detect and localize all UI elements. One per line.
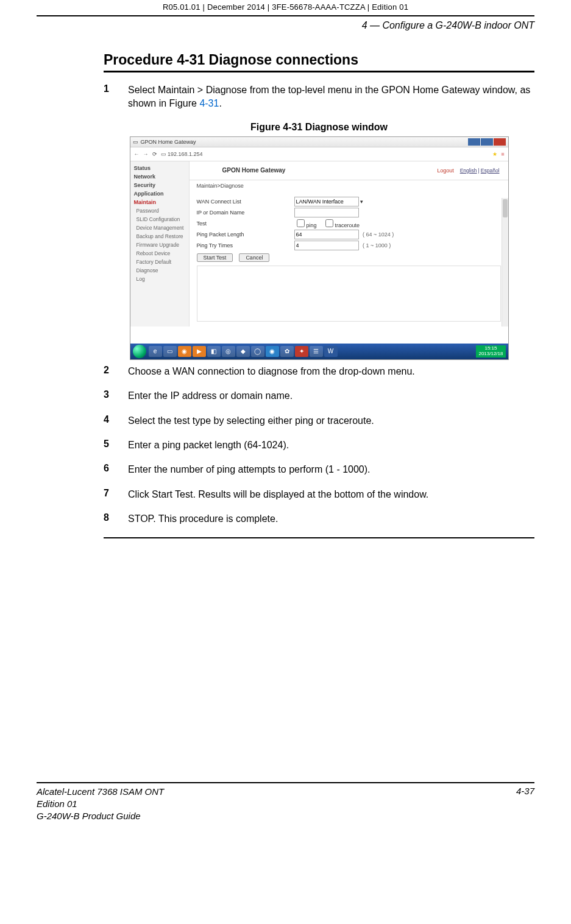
sidebar-item-network[interactable]: Network (130, 172, 189, 181)
step-7: 7 Click Start Test. Results will be disp… (104, 488, 534, 501)
sidebar-sub-device[interactable]: Device Management (130, 224, 189, 232)
step-text: Click Start Test. Results will be displa… (128, 488, 534, 501)
reload-icon[interactable]: ⟳ (152, 151, 157, 157)
lang-espanol[interactable]: Español (481, 168, 500, 174)
sidebar-sub-backup[interactable]: Backup and Restore (130, 232, 189, 241)
step-text: Select the test type by selecting either… (128, 414, 534, 428)
try-times-label: Ping Try Times (197, 242, 294, 249)
footer-line-3: G-240W-B Product Guide (37, 810, 164, 822)
scrollbar-thumb[interactable] (503, 199, 508, 217)
maximize-button[interactable] (481, 138, 493, 146)
wmp-icon[interactable]: ▶ (193, 346, 206, 357)
ping-checkbox[interactable] (297, 219, 305, 227)
page: R05.01.01 | December 2014 | 3FE-56678-AA… (0, 0, 571, 822)
wan-connect-label: WAN Connect List (197, 199, 294, 205)
breadcrumb: Maintain>Diagnose (190, 180, 508, 191)
packet-length-range: ( 64 ~ 1024 ) (363, 231, 394, 238)
sidebar-sub-reboot[interactable]: Reboot Device (130, 249, 189, 258)
start-orb-icon[interactable] (133, 345, 146, 358)
top-meta: R05.01.01 | December 2014 | 3FE-56678-AA… (37, 0, 534, 15)
sidebar-sub-slid[interactable]: SLID Configuration (130, 215, 189, 224)
sidebar-item-maintain[interactable]: Maintain (130, 198, 189, 206)
screenshot-body: Status Network Security Application Main… (130, 161, 508, 326)
rule-end-procedure (104, 537, 534, 538)
explorer-icon[interactable]: ▭ (163, 346, 177, 357)
url-box[interactable]: ▭ 192.168.1.254 (161, 151, 203, 157)
step-1-text-a: Select Maintain > Diagnose from the top-… (128, 85, 530, 108)
start-test-button[interactable]: Start Test (197, 253, 233, 262)
sidebar: Status Network Security Application Main… (130, 161, 190, 326)
app-icon-6[interactable]: ✦ (295, 346, 308, 357)
close-button[interactable] (494, 138, 506, 146)
sidebar-sub-log[interactable]: Log (130, 275, 189, 283)
lang-english[interactable]: English (460, 168, 477, 174)
try-times-input[interactable] (294, 241, 359, 250)
step-6: 6 Enter the number of ping attempts to p… (104, 463, 534, 476)
clock-date: 2013/12/18 (478, 351, 503, 357)
step-num: 4 (104, 414, 128, 428)
footer-line-2: Edition 01 (37, 798, 164, 810)
sidebar-item-status[interactable]: Status (130, 164, 189, 172)
rule-footer (37, 782, 534, 783)
address-bar: ← → ⟳ ▭ 192.168.1.254 ★ ≡ (130, 147, 508, 161)
wan-connect-select[interactable] (294, 197, 359, 206)
step-num: 7 (104, 488, 128, 501)
step-num: 8 (104, 512, 128, 526)
figure-link-4-31[interactable]: 4-31 (199, 98, 219, 108)
packet-length-label: Ping Packet Length (197, 231, 294, 238)
packet-length-input[interactable] (294, 230, 359, 239)
chrome-icon[interactable]: ◎ (222, 346, 235, 357)
firefox-icon[interactable]: ◉ (178, 346, 191, 357)
sidebar-item-application[interactable]: Application (130, 189, 189, 198)
step-num: 5 (104, 439, 128, 452)
word-icon[interactable]: W (324, 346, 338, 357)
menu-icon[interactable]: ≡ (501, 151, 504, 157)
app-icon-7[interactable]: ☰ (310, 346, 323, 357)
step-5: 5 Enter a ping packet length (64-1024). (104, 439, 534, 452)
step-text: Enter the number of ping attempts to per… (128, 463, 534, 476)
tab-title: GPON Home Gateway (141, 139, 196, 145)
minimize-button[interactable] (468, 138, 480, 146)
sidebar-sub-diagnose[interactable]: Diagnose (130, 266, 189, 275)
ie-icon[interactable]: e (149, 346, 162, 357)
app-icon-1[interactable]: ◧ (207, 346, 221, 357)
forward-icon[interactable]: → (143, 151, 149, 157)
footer-wrap: Alcatel-Lucent 7368 ISAM ONT Edition 01 … (37, 782, 534, 823)
ping-label: ping (307, 222, 317, 228)
step-num: 1 (104, 83, 128, 111)
app-icon-4[interactable]: ◉ (266, 346, 279, 357)
lang-pipe: | (478, 168, 480, 174)
content: Procedure 4-31 Diagnose connections 1 Se… (104, 52, 534, 538)
app-icon-5[interactable]: ✿ (280, 346, 294, 357)
step-text: STOP. This procedure is complete. (128, 512, 534, 526)
main-panel: GPON Home Gateway Logout English | Españ… (190, 161, 508, 326)
sidebar-sub-password[interactable]: Password (130, 206, 189, 215)
screenshot: ▭ GPON Home Gateway ← → ⟳ ▭ 192.168.1.25… (130, 136, 509, 360)
step-1-text-b: . (219, 98, 221, 108)
step-3: 3 Enter the IP address or domain name. (104, 389, 534, 403)
step-num: 2 (104, 365, 128, 378)
dropdown-arrow-icon[interactable]: ▾ (360, 199, 363, 205)
page-icon: ▭ (133, 139, 138, 145)
sidebar-item-security[interactable]: Security (130, 181, 189, 189)
back-icon[interactable]: ← (134, 151, 140, 157)
cancel-button[interactable]: Cancel (239, 253, 269, 262)
taskbar: e ▭ ◉ ▶ ◧ ◎ ◆ ◯ ◉ ✿ ✦ ☰ W 15:15 2013/12/… (130, 344, 508, 359)
scrollbar[interactable] (502, 198, 508, 326)
app-icon-2[interactable]: ◆ (236, 346, 250, 357)
step-num: 6 (104, 463, 128, 476)
taskbar-clock[interactable]: 15:15 2013/12/18 (476, 345, 505, 358)
sidebar-sub-factory[interactable]: Factory Default (130, 258, 189, 266)
step-text: Select Maintain > Diagnose from the top-… (128, 83, 534, 111)
app-icon-3[interactable]: ◯ (251, 346, 264, 357)
try-times-range: ( 1 ~ 1000 ) (363, 242, 391, 249)
results-box (197, 266, 501, 322)
window-titlebar: ▭ GPON Home Gateway (130, 137, 508, 147)
step-4: 4 Select the test type by selecting eith… (104, 414, 534, 428)
bookmark-star-icon[interactable]: ★ (492, 151, 497, 157)
ip-domain-input[interactable] (294, 208, 359, 217)
sidebar-sub-firmware[interactable]: Firmware Upgrade (130, 241, 189, 249)
traceroute-checkbox[interactable] (325, 219, 333, 227)
logout-link[interactable]: Logout (437, 168, 454, 174)
ip-domain-label: IP or Domain Name (197, 210, 294, 216)
